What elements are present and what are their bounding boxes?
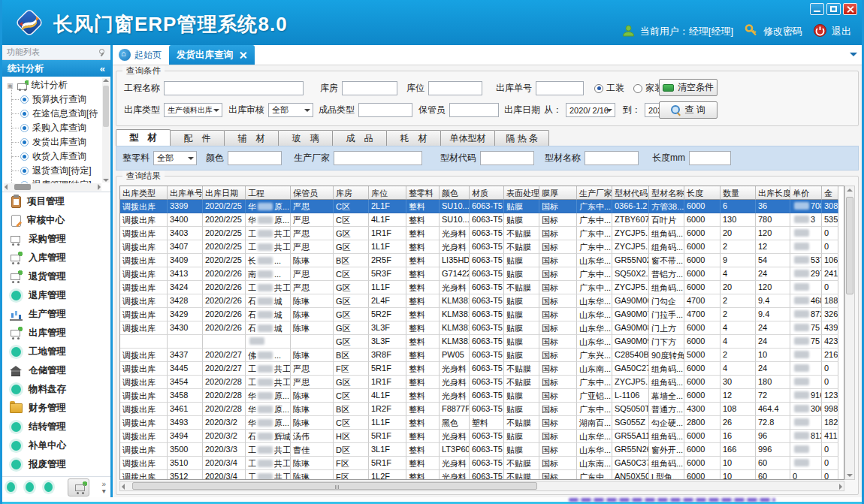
sidebar-item-生产管理[interactable]: 生产管理 [2, 305, 110, 324]
keeper-input[interactable] [449, 103, 499, 117]
radio-option-work-clothes[interactable]: 工装 [594, 82, 624, 95]
outbound-type-select[interactable]: 生产领料出库 [164, 103, 222, 117]
color-input[interactable] [228, 151, 282, 165]
table-row[interactable]: 调拨出库34542020/2/28工共工程严思G区1R1F整料光身料6063-T… [120, 376, 844, 389]
tab-shipment-outbound-query[interactable]: 发货出库查询 [169, 45, 255, 65]
sidebar-item-入库管理[interactable]: 入库管理 [2, 249, 110, 267]
product-type-input[interactable] [358, 103, 412, 117]
table-row[interactable]: 调拨出库35102020/3/4工共工程陈琳F区5R1F整料光身料6063-T5… [120, 457, 844, 470]
tree-vertical-scrollbar[interactable] [102, 78, 110, 183]
material-tab-配件[interactable]: 配 件 [170, 130, 225, 146]
tree-root-statistics[interactable]: ▣ 统计分析 [4, 78, 101, 92]
table-row[interactable]: 调拨出库34452020/2/27工共工程严思F区5R1F整料光身料6063-T… [120, 362, 844, 376]
warehouse-input[interactable] [342, 81, 397, 95]
tree-item-在途信息查询[待[interactable]: 在途信息查询[待 [4, 107, 101, 121]
length-mm-input[interactable] [689, 151, 731, 165]
column-header-颜色[interactable]: 颜色 [440, 186, 470, 200]
tree-expander-icon[interactable]: ▣ [7, 82, 14, 89]
tab-list-dropdown-icon[interactable] [850, 53, 857, 60]
column-header-出库单号[interactable]: 出库单号 [168, 186, 203, 200]
material-tab-成品[interactable]: 成 品 [332, 130, 387, 146]
logout-link[interactable]: 退出 [832, 25, 851, 38]
table-row[interactable]: 调拨出库34072020/2/25工共工程严思G区1L1F整料光身料6063-T… [120, 240, 844, 254]
column-header-型材名称[interactable]: 型材名称 [649, 186, 684, 200]
column-header-出库长度[interactable]: 出库长度 [756, 186, 790, 200]
column-header-出库类型[interactable]: 出库类型 [120, 186, 168, 200]
close-tab-icon[interactable] [239, 51, 247, 59]
whole-piece-select[interactable]: 全部 [153, 151, 197, 165]
sidebar-item-仓储管理[interactable]: 仓储管理 [2, 361, 110, 380]
table-row[interactable]: 调拨出库34092020/2/25长...陈琳B区2R5F整料LI35HD606… [120, 254, 844, 267]
module-dot-icon[interactable] [44, 482, 53, 492]
column-header-单价[interactable]: 单价 [790, 186, 822, 200]
column-header-生产厂家[interactable]: 生产厂家 [577, 186, 612, 200]
table-row[interactable]: 调拨出库33992020/2/25华原...严思C区2L1F整料SU10...6… [120, 200, 844, 213]
change-password-link[interactable]: 修改密码 [763, 25, 802, 38]
collapse-icon[interactable]: « [100, 63, 105, 74]
sidebar-item-退库管理[interactable]: 退库管理 [2, 286, 110, 305]
column-header-数量[interactable]: 数量 [721, 186, 756, 200]
tab-home[interactable]: 起始页 [113, 45, 169, 65]
sidebar-section-header[interactable]: 统计分析 « [2, 60, 110, 77]
table-row[interactable]: 调拨出库34302020/2/26石城陈琳G区3L3F整料KLM38176063… [120, 321, 844, 335]
tree-item-采购入库查询[interactable]: 采购入库查询 [4, 121, 101, 135]
location-input[interactable] [428, 81, 482, 95]
close-button[interactable] [843, 3, 857, 15]
sidebar-item-工地管理[interactable]: 工地管理 [2, 343, 110, 361]
column-header-长度[interactable]: 长度 [684, 186, 721, 200]
material-tab-耗材[interactable]: 耗 材 [386, 130, 441, 146]
profile-code-input[interactable] [480, 151, 534, 165]
column-header-保管员[interactable]: 保管员 [291, 186, 334, 200]
minimize-button[interactable] [810, 3, 824, 15]
vertical-scrollbar[interactable] [844, 186, 855, 480]
table-row[interactable]: 调拨出库34032020/2/25工共工程严思G区1R1F整料光身料6063-T… [120, 227, 844, 240]
tree-horizontal-scrollbar[interactable] [4, 183, 101, 191]
sidebar-item-出库管理[interactable]: 出库管理 [2, 324, 110, 343]
search-button[interactable]: 查 询 [659, 101, 717, 119]
project-name-input[interactable] [164, 81, 304, 95]
table-row[interactable]: 调拨出库34942020/3/2石辉城汤伟H区5R1F整料光身料6063-T5贴… [120, 430, 844, 443]
sidebar-item-物料盘存[interactable]: 物料盘存 [2, 380, 110, 399]
material-tab-隔热条[interactable]: 隔 热 条 [494, 130, 549, 146]
column-header-整零料[interactable]: 整零料 [406, 186, 440, 200]
more-modules-chevron[interactable]: »▾ [101, 481, 106, 494]
column-header-库位[interactable]: 库位 [369, 186, 406, 200]
table-row[interactable]: G区3L3F整料KLM38176063-T5贴膜国标山东华...GA90M09.… [120, 335, 844, 349]
column-header-金[interactable]: 金 [822, 186, 838, 200]
date-from-select[interactable]: 2020/ 2/16 [566, 103, 615, 117]
tree-item-退货查询[待定][interactable]: 退货查询[待定] [4, 164, 101, 178]
table-row[interactable]: 调拨出库34292020/2/26石城陈琳G区5R2F整料KLM38176063… [120, 308, 844, 321]
profile-name-input[interactable] [585, 151, 639, 165]
scrollbar-thumb[interactable] [846, 197, 853, 294]
table-row[interactable]: 调拨出库34242020/2/26工共工程严思G区1L1F整料光身料6063-T… [120, 281, 844, 294]
sidebar-item-退货管理[interactable]: 退货管理 [2, 267, 110, 286]
sidebar-item-财务管理[interactable]: 财务管理 [2, 399, 110, 418]
table-row[interactable]: 调拨出库34372020/2/27佛...陈琳B区3R8F整料PW056063-… [120, 349, 844, 362]
sidebar-item-项目管理[interactable]: 项目管理 [2, 192, 110, 211]
sidebar-item-补单中心[interactable]: 补单中心 [2, 436, 110, 455]
pin-icon[interactable] [98, 48, 106, 56]
outbound-no-input[interactable] [536, 81, 584, 95]
tree-item-发货出库查询[interactable]: 发货出库查询 [4, 135, 101, 149]
sidebar-item-结转管理[interactable]: 结转管理 [2, 418, 110, 436]
sidebar-item-采购管理[interactable]: 采购管理 [2, 230, 110, 249]
table-row[interactable]: 调拨出库34582020/2/28华原...陈琳C区4L1F整料光身料6063-… [120, 389, 844, 403]
scrollbar-thumb[interactable] [132, 482, 537, 490]
horizontal-scrollbar[interactable] [119, 481, 844, 491]
column-header-膜厚[interactable]: 膜厚 [539, 186, 577, 200]
column-header-库房[interactable]: 库房 [334, 186, 369, 200]
tree-item-退库管理[待定][interactable]: 退库管理[待定] [4, 178, 101, 183]
cart-module-button[interactable] [68, 478, 89, 496]
tree-item-预算执行查询[interactable]: 预算执行查询 [4, 92, 101, 107]
module-dot-icon[interactable] [7, 482, 15, 492]
column-header-工程[interactable]: 工程 [246, 186, 291, 200]
sidebar-item-审核中心[interactable]: 审核中心 [2, 211, 110, 230]
table-row[interactable]: 调拨出库35002020/3/3工共工程曹佳D区3L1F整料LT3P606063… [120, 443, 844, 457]
column-header-出库日期[interactable]: 出库日期 [203, 186, 246, 200]
maximize-button[interactable] [826, 3, 841, 15]
table-row[interactable]: 调拨出库34132020/2/26南...严思C区5R3F整料G71422606… [120, 267, 844, 281]
table-row[interactable]: 调拨出库35122020/3/4工共工程陈琳F区1L2F整料光身料6063-T5… [120, 470, 844, 480]
clear-conditions-button[interactable]: 清空条件 [659, 79, 717, 96]
sidebar-item-报废管理[interactable]: 报废管理 [2, 455, 110, 474]
material-tab-玻璃[interactable]: 玻 璃 [278, 130, 333, 146]
